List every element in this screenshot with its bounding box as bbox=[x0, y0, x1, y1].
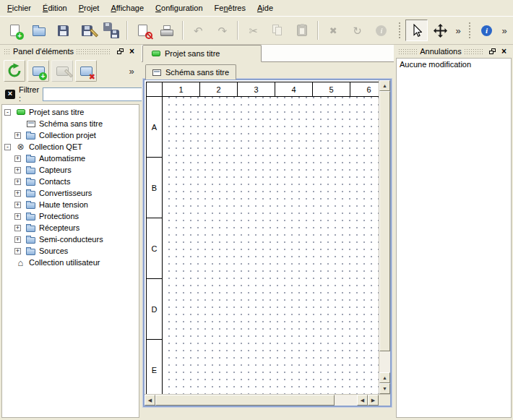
vertical-scroll-thumb[interactable] bbox=[379, 91, 390, 351]
clear-filter-button[interactable] bbox=[5, 88, 15, 100]
diagram-grid[interactable] bbox=[163, 97, 379, 394]
toolbar-save-button[interactable] bbox=[52, 20, 74, 41]
horizontal-scroll-thumb[interactable] bbox=[155, 395, 335, 406]
tree-expander-plus[interactable]: + bbox=[14, 155, 21, 162]
toolbar-copy-button[interactable] bbox=[267, 20, 289, 41]
toolbars-overflow-button[interactable] bbox=[499, 20, 510, 40]
toolbar-element-info-button[interactable]: i bbox=[370, 20, 392, 41]
tree-expander-plus[interactable]: + bbox=[14, 179, 21, 185]
cut-icon-part: ✂ bbox=[249, 25, 259, 36]
tree-item-collection-utilisateur[interactable]: ⌂Collection utilisateur bbox=[2, 257, 139, 268]
menu-dition[interactable]: Édition bbox=[37, 0, 73, 16]
tree-item-projet-sans-titre[interactable]: -Projet sans titre bbox=[2, 106, 139, 118]
toolbar-rotate-button[interactable]: ↻ bbox=[346, 20, 368, 41]
vertical-scroll-track[interactable] bbox=[379, 351, 390, 372]
toolbar-save-all-button[interactable] bbox=[100, 20, 123, 41]
toolbar-pan-mode-button[interactable] bbox=[429, 20, 452, 41]
delete-icon-part: ✖ bbox=[329, 26, 337, 35]
menu-aide[interactable]: Aide bbox=[251, 0, 279, 16]
scroll-up-button-bottom[interactable] bbox=[379, 372, 390, 383]
scroll-left-button[interactable] bbox=[145, 395, 155, 406]
menu-fen-tres[interactable]: Fenêtres bbox=[209, 0, 251, 16]
float-panel-button[interactable] bbox=[486, 46, 496, 56]
tree-item-convertisseurs[interactable]: +Convertisseurs bbox=[2, 187, 139, 199]
view-toolbar-overflow-button[interactable] bbox=[452, 20, 464, 40]
new-element-button[interactable]: + bbox=[27, 60, 49, 82]
tree-item-sch-ma-sans-titre[interactable]: Schéma sans titre bbox=[2, 118, 139, 129]
tree-item-capteurs[interactable]: +Capteurs bbox=[2, 164, 139, 176]
close-panel-button[interactable] bbox=[499, 46, 509, 56]
tree-expander-plus[interactable]: + bbox=[14, 248, 21, 254]
scroll-left-button-right[interactable] bbox=[357, 395, 368, 406]
tree-item-semi-conducteurs[interactable]: +Semi-conducteurs bbox=[2, 233, 139, 245]
menu-configuration[interactable]: Configuration bbox=[150, 0, 208, 16]
tree-expander-plus[interactable]: + bbox=[14, 190, 21, 197]
menu-projet[interactable]: Projet bbox=[73, 0, 105, 16]
toolbar-new-project-button[interactable]: + bbox=[4, 20, 26, 41]
close-panel-button[interactable] bbox=[126, 46, 137, 56]
schema-window: 123456 ABCDE bbox=[143, 79, 392, 407]
scroll-right-button[interactable] bbox=[368, 395, 379, 406]
tree-item-label: Automatisme bbox=[39, 154, 85, 163]
tree-item-r-cepteurs[interactable]: +Récepteurs bbox=[2, 222, 139, 233]
toolbar-open-project-button[interactable] bbox=[27, 20, 50, 41]
horizontal-scroll-track[interactable] bbox=[335, 395, 357, 406]
tree-item-collection-qet[interactable]: -⊗Collection QET bbox=[2, 141, 139, 153]
tree-expander-plus[interactable]: + bbox=[14, 132, 21, 139]
undo-list[interactable]: Aucune modification bbox=[396, 58, 512, 418]
new-element-icon: + bbox=[29, 61, 48, 80]
project-tab[interactable]: Projet sans titre bbox=[142, 45, 262, 62]
tree-item-automatisme[interactable]: +Automatisme bbox=[2, 153, 139, 164]
menu-fichier[interactable]: Fichier bbox=[1, 0, 37, 16]
tree-expander-plus[interactable]: + bbox=[14, 202, 21, 208]
toolbar-about-button[interactable]: i bbox=[475, 20, 498, 41]
folder-icon-part bbox=[26, 249, 35, 255]
tree-item-sources[interactable]: +Sources bbox=[2, 245, 139, 257]
elements-toolbar-overflow-button[interactable] bbox=[126, 61, 137, 81]
filter-input[interactable] bbox=[43, 87, 151, 101]
toolbar-undo-button[interactable]: ↶ bbox=[187, 20, 210, 41]
folder-open-icon bbox=[30, 21, 48, 40]
ruler-corner bbox=[147, 82, 163, 97]
toolbar-redo-button[interactable]: ↷ bbox=[211, 20, 233, 41]
toolbar-delete-button[interactable]: ✖ bbox=[322, 20, 345, 41]
tree-expander-plus[interactable]: + bbox=[14, 213, 21, 220]
reload-collections-button[interactable] bbox=[4, 60, 25, 82]
filter-clear-icon bbox=[5, 90, 15, 99]
toolbar-selection-mode-button[interactable] bbox=[405, 20, 428, 41]
tree-item-collection-projet[interactable]: +Collection projet bbox=[2, 129, 139, 141]
schema-icon bbox=[152, 69, 161, 76]
horizontal-scrollbar[interactable] bbox=[145, 394, 379, 406]
toolbar-cut-button[interactable]: ✂ bbox=[242, 20, 264, 41]
elements-panel: Panel d'éléments +✖ Filtrer : -Projet sa… bbox=[1, 45, 139, 418]
floppy-icon-part bbox=[61, 26, 66, 30]
toolbar-print-button[interactable] bbox=[155, 20, 178, 41]
tree-item-protections[interactable]: +Protections bbox=[2, 210, 139, 222]
diagram-viewport[interactable]: 123456 ABCDE bbox=[145, 80, 379, 394]
scroll-down-button[interactable] bbox=[379, 383, 390, 394]
tree-expander-slot: + bbox=[14, 225, 25, 231]
copy-icon-part bbox=[275, 27, 282, 35]
undo-panel-titlebar[interactable]: Annulations bbox=[396, 45, 512, 58]
edit-element-button[interactable] bbox=[51, 60, 73, 82]
tree-item-contacts[interactable]: +Contacts bbox=[2, 176, 139, 187]
float-panel-button[interactable] bbox=[113, 46, 124, 56]
menu-affichage[interactable]: Affichage bbox=[105, 0, 150, 16]
toolbar-paste-button[interactable] bbox=[290, 20, 313, 41]
folder-icon-part bbox=[26, 226, 35, 232]
elements-panel-titlebar[interactable]: Panel d'éléments bbox=[1, 45, 139, 58]
tree-expander-minus[interactable]: - bbox=[4, 144, 11, 150]
element-tree[interactable]: -Projet sans titreSchéma sans titre+Coll… bbox=[1, 104, 139, 418]
tree-expander-slot: + bbox=[14, 213, 25, 220]
delete-element-button[interactable]: ✖ bbox=[75, 60, 97, 82]
tree-expander-plus[interactable]: + bbox=[14, 236, 21, 243]
schema-tab[interactable]: Schéma sans titre bbox=[145, 64, 236, 80]
tree-item-haute-tension[interactable]: +Haute tension bbox=[2, 199, 139, 210]
scroll-up-button[interactable] bbox=[379, 80, 390, 91]
tree-expander-plus[interactable]: + bbox=[14, 225, 21, 231]
toolbar-close-project-button[interactable] bbox=[132, 20, 154, 41]
tree-expander-minus[interactable]: - bbox=[4, 109, 11, 116]
tree-expander-plus[interactable]: + bbox=[14, 167, 21, 173]
toolbar-save-as-button[interactable] bbox=[76, 20, 98, 41]
vertical-scrollbar[interactable] bbox=[379, 80, 390, 394]
